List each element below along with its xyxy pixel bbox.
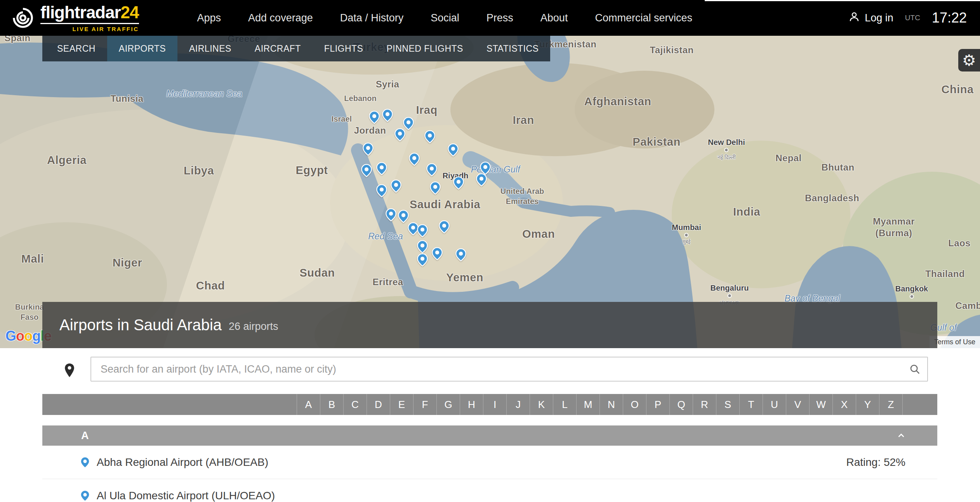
radar-spiral-icon <box>11 6 35 30</box>
airport-map-pin-icon[interactable] <box>381 108 394 122</box>
airport-map-pin-icon[interactable] <box>428 181 442 195</box>
airport-map-pin-icon[interactable] <box>393 128 407 142</box>
logo-brand-suffix: 24 <box>121 3 139 22</box>
alphabet-p[interactable]: P <box>646 394 669 415</box>
alphabet-u[interactable]: U <box>763 394 786 415</box>
airport-map-pin-icon[interactable] <box>389 179 403 193</box>
tab-bar: SEARCHAIRPORTSAIRLINESAIRCRAFTFLIGHTSPIN… <box>42 36 550 61</box>
alphabet-r[interactable]: R <box>693 394 716 415</box>
google-letter: o <box>24 328 32 344</box>
alphabet-e[interactable]: E <box>390 394 413 415</box>
airport-map-pin-icon[interactable] <box>446 143 460 157</box>
nav-apps[interactable]: Apps <box>197 12 221 24</box>
tab-search[interactable]: SEARCH <box>45 36 107 61</box>
airport-row[interactable]: Abha Regional Airport (AHB/OEAB)Rating: … <box>42 446 937 479</box>
nav-commercial-services[interactable]: Commercial services <box>595 12 692 24</box>
alphabet-z[interactable]: Z <box>879 394 902 415</box>
alphabet-m[interactable]: M <box>576 394 599 415</box>
alphabet-n[interactable]: N <box>599 394 623 415</box>
alphabet-c[interactable]: C <box>343 394 367 415</box>
alphabet-b[interactable]: B <box>320 394 343 415</box>
map[interactable]: SpainGreeceTurkeyTurkmenistanTajikistanM… <box>0 36 980 348</box>
header-right: Log in UTC 17:22 <box>848 10 969 26</box>
airport-map-pin-icon[interactable] <box>425 163 439 177</box>
airport-map-pin-icon[interactable] <box>454 248 468 262</box>
airport-count: 26 airports <box>229 321 278 333</box>
tab-statistics[interactable]: STATISTICS <box>475 36 551 61</box>
clock: 17:22 <box>932 10 967 26</box>
airport-map-pin-icon[interactable] <box>360 164 374 178</box>
tab-airports[interactable]: AIRPORTS <box>107 36 177 61</box>
login-button[interactable]: Log in <box>848 11 893 25</box>
section-letter: A <box>81 430 89 442</box>
tab-flights[interactable]: FLIGHTS <box>313 36 375 61</box>
alphabet-y[interactable]: Y <box>856 394 879 415</box>
airport-name: Abha Regional Airport (AHB/OEAB) <box>97 456 268 469</box>
airport-map-pin-icon[interactable] <box>375 184 389 198</box>
chevron-up-icon[interactable] <box>896 431 906 442</box>
tab-aircraft[interactable]: AIRCRAFT <box>243 36 313 61</box>
airport-map-pin-icon[interactable] <box>361 142 375 156</box>
airport-map-pin-icon[interactable] <box>375 162 389 176</box>
alphabet-v[interactable]: V <box>786 394 809 415</box>
alphabet-bar-tail <box>902 394 937 415</box>
airport-map-pin-icon[interactable] <box>407 152 421 166</box>
search-box <box>90 357 928 382</box>
section-header-a[interactable]: A <box>42 425 937 446</box>
tab-airlines[interactable]: AIRLINES <box>177 36 243 61</box>
airport-map-pin-icon[interactable] <box>415 224 429 238</box>
search-icon[interactable] <box>902 363 927 375</box>
panel-header: Airports in Saudi Arabia 26 airports <box>42 302 937 348</box>
airport-pin-icon <box>79 455 92 470</box>
alphabet-i[interactable]: I <box>483 394 506 415</box>
alphabet-j[interactable]: J <box>506 394 530 415</box>
tab-pinned-flights[interactable]: PINNED FLIGHTS <box>375 36 474 61</box>
nav-data-history[interactable]: Data / History <box>340 12 404 24</box>
airport-map-pin-icon[interactable] <box>415 240 429 254</box>
alphabet-k[interactable]: K <box>530 394 553 415</box>
alphabet-l[interactable]: L <box>553 394 576 415</box>
page-title: Airports in Saudi Arabia <box>59 316 222 334</box>
settings-button[interactable]: ⚙ <box>958 49 980 71</box>
alphabet-h[interactable]: H <box>460 394 483 415</box>
airport-map-pin-icon[interactable] <box>384 208 398 222</box>
search-row <box>0 348 980 394</box>
login-label: Log in <box>865 12 893 24</box>
airport-map-pin-icon[interactable] <box>396 209 410 223</box>
alphabet-s[interactable]: S <box>716 394 739 415</box>
nav-press[interactable]: Press <box>487 12 513 24</box>
airport-list: Abha Regional Airport (AHB/OEAB)Rating: … <box>42 446 937 502</box>
airport-map-pin-icon[interactable] <box>367 110 381 124</box>
google-letter: o <box>16 328 24 344</box>
alphabet-g[interactable]: G <box>436 394 460 415</box>
main-nav: AppsAdd coverageData / HistorySocialPres… <box>197 12 692 24</box>
scrollbar-remnant <box>705 0 980 1</box>
google-letter: g <box>32 328 40 344</box>
airport-map-pin-icon[interactable] <box>415 253 429 267</box>
airport-pin-icon <box>79 488 92 502</box>
alphabet-o[interactable]: O <box>623 394 646 415</box>
airport-map-pin-icon[interactable] <box>430 247 444 261</box>
alphabet-t[interactable]: T <box>739 394 763 415</box>
flightradar24-logo[interactable]: flightradar24 LIVE AIR TRAFFIC <box>11 4 139 32</box>
nav-social[interactable]: Social <box>431 12 459 24</box>
nav-about[interactable]: About <box>540 12 568 24</box>
airport-map-pin-icon[interactable] <box>474 173 488 187</box>
alphabet-d[interactable]: D <box>367 394 390 415</box>
page: flightradar24 LIVE AIR TRAFFIC AppsAdd c… <box>0 0 980 502</box>
google-letter: G <box>5 328 16 344</box>
nav-add-coverage[interactable]: Add coverage <box>248 12 313 24</box>
logo-tagline: LIVE AIR TRAFFIC <box>40 26 139 32</box>
alphabet-a[interactable]: A <box>297 394 320 415</box>
airport-map-pin-icon[interactable] <box>452 176 466 190</box>
airport-map-pin-icon[interactable] <box>437 220 451 234</box>
alphabet-x[interactable]: X <box>832 394 856 415</box>
airport-row[interactable]: Al Ula Domestic Airport (ULH/OEAO) <box>42 479 937 502</box>
alphabet-w[interactable]: W <box>809 394 832 415</box>
airport-map-pin-icon[interactable] <box>423 130 437 144</box>
logo-text: flightradar24 LIVE AIR TRAFFIC <box>40 4 139 32</box>
alphabet-q[interactable]: Q <box>669 394 693 415</box>
alphabet-f[interactable]: F <box>413 394 436 415</box>
header: flightradar24 LIVE AIR TRAFFIC AppsAdd c… <box>0 0 980 36</box>
search-input[interactable] <box>91 363 902 375</box>
